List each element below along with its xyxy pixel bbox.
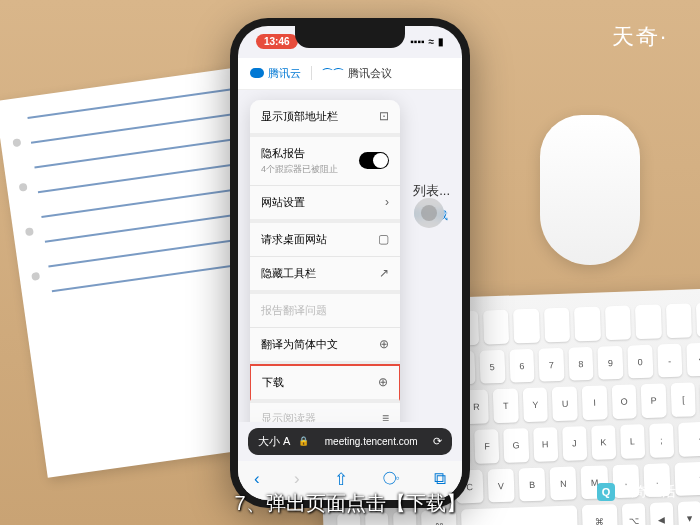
menu-downloads[interactable]: 下载⊕ — [250, 364, 400, 403]
menu-hide-toolbar[interactable]: 隐藏工具栏↗ — [250, 257, 400, 294]
reload-icon[interactable]: ⟳ — [433, 435, 442, 448]
translate-icon: ⊕ — [379, 337, 389, 351]
tencent-meeting-logo: ⌒⌒腾讯会议 — [322, 66, 392, 81]
battery-icon: ▮ — [438, 36, 444, 47]
status-time: 13:46 — [256, 34, 298, 49]
menu-show-reader: 显示阅读器≡ — [250, 402, 400, 422]
mouse-prop — [540, 115, 640, 265]
desktop-icon: ▢ — [378, 232, 389, 246]
assistive-touch[interactable] — [414, 198, 444, 228]
reader-icon: ≡ — [382, 411, 389, 422]
menu-request-desktop[interactable]: 请求桌面网站▢ — [250, 223, 400, 257]
privacy-toggle[interactable] — [359, 152, 389, 169]
menu-report-translation: 报告翻译问题 — [250, 294, 400, 328]
cloud-icon — [250, 68, 264, 78]
text-size-button[interactable]: 大小 A — [258, 434, 290, 449]
phone-notch — [295, 26, 405, 48]
download-icon: ⊕ — [378, 375, 388, 389]
lock-icon: 🔒 — [298, 436, 309, 446]
bookmarks-button[interactable]: ⧂ — [383, 469, 400, 489]
signal-icon: ▪▪▪▪ — [410, 36, 424, 47]
phone-frame: 13:46 ▪▪▪▪ ≈ ▮ 腾讯云 ⌒⌒腾讯会议 列表... 即下载 显示顶部… — [230, 18, 470, 508]
meeting-icon: ⌒⌒ — [322, 66, 344, 81]
address-icon: ⊡ — [379, 109, 389, 123]
safari-page-menu: 显示顶部地址栏⊡ 隐私报告4个跟踪器已被阻止 网站设置› 请求桌面网站▢ 隐藏工… — [250, 100, 400, 422]
page-header: 腾讯云 ⌒⌒腾讯会议 — [238, 58, 462, 90]
arrow-ne-icon: ↗ — [379, 266, 389, 280]
wifi-icon: ≈ — [429, 36, 435, 47]
back-button[interactable]: ‹ — [254, 469, 260, 489]
url-text: meeting.tencent.com — [317, 436, 425, 447]
tencent-cloud-logo: 腾讯云 — [250, 66, 301, 81]
instruction-caption: 7、弹出页面点击【下载】 — [234, 490, 465, 517]
share-button[interactable]: ⇧ — [334, 469, 348, 490]
menu-translate[interactable]: 翻译为简体中文⊕ — [250, 328, 400, 365]
menu-privacy-report[interactable]: 隐私报告4个跟踪器已被阻止 — [250, 137, 400, 186]
watermark-icon: Q — [597, 483, 615, 501]
address-bar[interactable]: 大小 A 🔒 meeting.tencent.com ⟳ — [248, 428, 452, 455]
menu-site-settings[interactable]: 网站设置› — [250, 186, 400, 223]
tabs-button[interactable]: ⧉ — [434, 469, 446, 489]
forward-button: › — [294, 469, 300, 489]
watermark-top: 天奇· — [612, 22, 668, 52]
chevron-icon: › — [385, 195, 389, 209]
watermark-bottom: Q 天奇生活 — [597, 483, 676, 501]
menu-show-toolbar[interactable]: 显示顶部地址栏⊡ — [250, 100, 400, 137]
